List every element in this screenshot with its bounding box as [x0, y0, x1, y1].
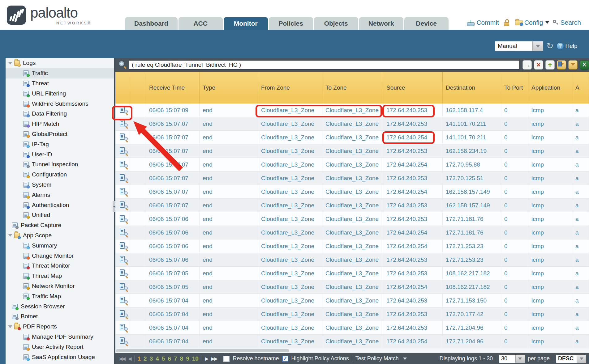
- log-detail-icon[interactable]: [120, 120, 128, 128]
- sidebar-item-pdf-reports[interactable]: PDF Reports: [6, 322, 114, 332]
- page-number-10[interactable]: 10: [192, 355, 199, 362]
- help-button[interactable]: ? Help: [557, 42, 577, 50]
- column-header-source[interactable]: Source: [383, 72, 443, 104]
- sidebar-item-traffic-map[interactable]: Traffic Map: [6, 291, 114, 301]
- log-table-row[interactable]: 06/06 15:07:07endCloudflare_L3_ZoneCloud…: [115, 185, 589, 199]
- prev-page-button[interactable]: ◀: [128, 356, 131, 362]
- per-page-caret-icon[interactable]: [515, 355, 525, 363]
- sidebar-item-logs[interactable]: Logs: [6, 58, 114, 68]
- sidebar-item-threat[interactable]: Threat: [6, 78, 114, 89]
- sidebar-item-saas-application-usage[interactable]: SaaS Application Usage: [6, 352, 114, 362]
- log-detail-icon[interactable]: [120, 242, 128, 250]
- scrollbar-thumb[interactable]: [116, 349, 289, 352]
- log-table-row[interactable]: 06/06 15:07:07endCloudflare_L3_ZoneCloud…: [115, 144, 589, 158]
- log-table-row[interactable]: 06/06 15:07:04endCloudflare_L3_ZoneCloud…: [115, 335, 589, 348]
- sidebar-item-url-filtering[interactable]: URL Filtering: [6, 88, 114, 99]
- sidebar-item-manage-pdf-summary[interactable]: Manage PDF Summary: [6, 332, 114, 342]
- sidebar-item-botnet[interactable]: Botnet: [6, 311, 114, 322]
- commit-button[interactable]: ↓ Commit: [467, 19, 499, 26]
- sidebar-item-hip-match[interactable]: HIP Match: [6, 119, 114, 129]
- export-to-csv-icon[interactable]: X: [580, 60, 589, 70]
- page-number-4[interactable]: 4: [156, 355, 159, 362]
- page-number-5[interactable]: 5: [162, 355, 165, 362]
- sidebar-item-user-activity-report[interactable]: User Activity Report: [6, 342, 114, 352]
- log-detail-icon[interactable]: [120, 188, 128, 196]
- log-detail-icon[interactable]: [120, 201, 128, 210]
- log-table-row[interactable]: 06/06 15:07:07endCloudflare_L3_ZoneCloud…: [115, 199, 589, 212]
- page-number-6[interactable]: 6: [168, 355, 171, 362]
- log-detail-icon[interactable]: [120, 229, 128, 237]
- column-header-receive-time[interactable]: Receive Time: [146, 72, 200, 104]
- sidebar-item-traffic[interactable]: Traffic: [6, 68, 114, 78]
- sidebar-item-summary[interactable]: Summary: [6, 240, 114, 251]
- tab-device[interactable]: Device: [404, 17, 449, 30]
- expander-triangle-icon[interactable]: [8, 325, 12, 328]
- config-button[interactable]: Config: [515, 19, 549, 26]
- log-detail-icon[interactable]: [120, 310, 128, 318]
- log-detail-icon[interactable]: [120, 174, 128, 182]
- log-table-row[interactable]: 06/06 15:07:07endCloudflare_L3_ZoneCloud…: [115, 171, 589, 185]
- refresh-mode-select[interactable]: Manual: [495, 41, 543, 51]
- page-number-7[interactable]: 7: [174, 355, 177, 362]
- column-header-type[interactable]: Type: [200, 72, 258, 104]
- refresh-icon[interactable]: ↻: [546, 42, 553, 50]
- log-table-row[interactable]: 06/06 15:07:06endCloudflare_L3_ZoneCloud…: [115, 226, 589, 239]
- column-header-destination[interactable]: Destination: [443, 72, 501, 104]
- log-detail-icon[interactable]: [120, 283, 128, 291]
- log-detail-icon[interactable]: [120, 133, 128, 142]
- per-page-select[interactable]: 30: [499, 355, 525, 363]
- expander-triangle-icon[interactable]: [8, 234, 12, 237]
- sidebar-item-globalprotect[interactable]: GlobalProtect: [6, 129, 114, 139]
- log-detail-icon[interactable]: [120, 106, 128, 114]
- log-detail-icon[interactable]: [120, 147, 128, 155]
- column-header-application[interactable]: Application: [528, 72, 572, 104]
- load-filter-icon[interactable]: [568, 60, 578, 70]
- expander-triangle-icon[interactable]: [8, 62, 12, 65]
- highlight-policy-actions-checkbox[interactable]: ✓: [282, 356, 288, 362]
- sidebar-item-ip-tag[interactable]: IP-Tag: [6, 139, 114, 149]
- sidebar-item-data-filtering[interactable]: Data Filtering: [6, 109, 114, 119]
- sidebar-item-network-monitor[interactable]: Network Monitor: [6, 281, 114, 291]
- page-number-2[interactable]: 2: [144, 355, 147, 362]
- sidebar-item-alarms[interactable]: Alarms: [6, 190, 114, 200]
- log-table-row[interactable]: 06/06 15:07:06endCloudflare_L3_ZoneCloud…: [115, 253, 589, 267]
- sidebar-item-user-id[interactable]: User-ID: [6, 149, 114, 159]
- refresh-mode-caret-icon[interactable]: [533, 41, 543, 51]
- log-detail-icon[interactable]: [120, 337, 128, 345]
- page-number-9[interactable]: 9: [186, 355, 189, 362]
- log-table-row[interactable]: 06/06 15:07:04endCloudflare_L3_ZoneCloud…: [115, 307, 589, 321]
- apply-filter-icon[interactable]: →: [522, 60, 532, 70]
- clear-filter-icon[interactable]: ×: [534, 60, 543, 70]
- filter-query-input[interactable]: [129, 60, 519, 70]
- tab-policies[interactable]: Policies: [269, 17, 313, 30]
- log-detail-icon[interactable]: [120, 269, 128, 277]
- sidebar-item-unified[interactable]: Unified: [6, 210, 114, 220]
- log-table-row[interactable]: 06/06 15:07:06endCloudflare_L3_ZoneCloud…: [115, 239, 589, 253]
- test-policy-match-button[interactable]: Test Policy Match: [355, 355, 399, 362]
- sort-order-select[interactable]: DESC: [556, 355, 586, 363]
- log-table-row[interactable]: 06/06 15:07:05endCloudflare_L3_ZoneCloud…: [115, 280, 589, 294]
- save-filter-icon[interactable]: [557, 60, 566, 70]
- sidebar-item-packet-capture[interactable]: Packet Capture: [6, 220, 114, 231]
- log-table-row[interactable]: 06/06 15:07:09endCloudflare_L3_ZoneCloud…: [115, 104, 589, 117]
- tab-dashboard[interactable]: Dashboard: [125, 17, 178, 30]
- sidebar-item-wildfire-submissions[interactable]: WildFire Submissions: [6, 99, 114, 109]
- tab-objects[interactable]: Objects: [314, 17, 358, 30]
- sidebar-item-tunnel-inspection[interactable]: Tunnel Inspection: [6, 159, 114, 170]
- sidebar-item-configuration[interactable]: Configuration: [6, 170, 114, 180]
- log-detail-icon[interactable]: [120, 297, 128, 305]
- tab-network[interactable]: Network: [359, 17, 403, 30]
- search-button[interactable]: Search: [553, 19, 581, 26]
- column-header-to-port[interactable]: To Port: [501, 72, 528, 104]
- log-detail-icon[interactable]: [120, 161, 128, 169]
- page-number-3[interactable]: 3: [150, 355, 153, 362]
- sidebar-item-threat-monitor[interactable]: Threat Monitor: [6, 261, 114, 271]
- sort-order-caret-icon[interactable]: [577, 355, 586, 363]
- tab-monitor[interactable]: Monitor: [224, 17, 268, 30]
- next-page-button[interactable]: ▶: [205, 356, 208, 362]
- first-page-button[interactable]: |◀◀: [118, 356, 125, 362]
- log-table-row[interactable]: 06/06 15:07:06endCloudflare_L3_ZoneCloud…: [115, 212, 589, 226]
- log-table-row[interactable]: 06/06 15:07:07endCloudflare_L3_ZoneCloud…: [115, 117, 589, 131]
- sidebar-item-authentication[interactable]: Authentication: [6, 200, 114, 210]
- sidebar-item-app-scope[interactable]: App Scope: [6, 231, 114, 241]
